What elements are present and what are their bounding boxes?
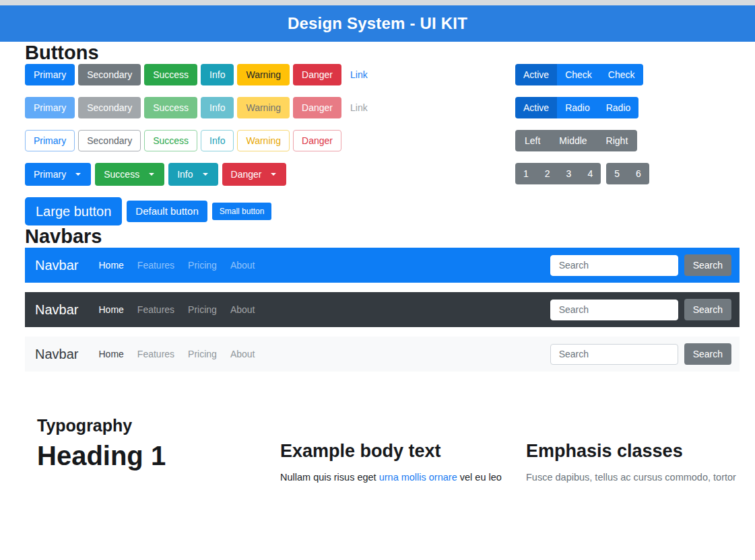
navbar-brand[interactable]: Navbar [35,258,78,273]
body-text-link[interactable]: urna mollis ornare [379,472,457,483]
navbar-links: Home Features Pricing About [92,349,261,359]
solid-buttons-row: Primary Secondary Success Info Warning D… [25,64,515,85]
nav-link-features[interactable]: Features [131,260,181,271]
left-button[interactable]: Left [515,130,550,151]
navbars-section: Navbars Navbar Home Features Pricing Abo… [25,225,740,372]
nav-link-pricing[interactable]: Pricing [181,304,224,315]
search-button[interactable]: Search [684,299,731,320]
success-button-disabled[interactable]: Success [144,97,197,118]
nav-link-features[interactable]: Features [131,349,181,359]
search-input[interactable] [550,344,678,365]
size-buttons-row: Large button Default button Small button [25,197,515,225]
large-button[interactable]: Large button [25,197,122,225]
example-body-text-paragraph: Nullam quis risus eget urna mollis ornar… [280,470,526,485]
window-top-strip [0,0,755,5]
check-toggle-1[interactable]: Check [557,64,600,85]
main-content: Buttons Primary Secondary Success Info W… [0,42,755,485]
navbar-light: Navbar Home Features Pricing About Searc… [25,337,740,372]
search-button[interactable]: Search [684,343,731,365]
nav-link-home[interactable]: Home [92,304,130,315]
heading1-sample: Heading 1 [37,441,280,470]
pager-button-group-a: 1 2 3 4 [515,163,601,184]
typography-section-heading: Typography [37,416,280,435]
page-3-button[interactable]: 3 [558,163,580,184]
check-toggle-2[interactable]: Check [600,64,643,85]
checkbox-group-row: Active Check Check [515,64,740,85]
danger-button-disabled[interactable]: Danger [293,97,341,118]
nav-link-home[interactable]: Home [92,349,130,359]
search-input[interactable] [550,255,678,276]
outline-warning-button[interactable]: Warning [237,130,290,151]
nav-link-about[interactable]: About [224,304,262,315]
navbar-brand[interactable]: Navbar [35,302,78,318]
search-button[interactable]: Search [684,254,731,276]
info-dropdown-button[interactable]: Info [168,163,218,186]
navbars-section-heading: Navbars [25,225,740,248]
outline-buttons-row: Primary Secondary Success Info Warning D… [25,130,515,151]
warning-button[interactable]: Warning [237,64,290,85]
nav-link-pricing[interactable]: Pricing [181,260,224,271]
outline-primary-button[interactable]: Primary [25,130,75,151]
buttons-section-heading: Buttons [25,42,740,64]
align-group-row: Left Middle Right [515,130,740,151]
link-button[interactable]: Link [345,64,373,85]
info-button-disabled[interactable]: Info [201,97,234,118]
nav-link-about[interactable]: About [224,260,262,271]
checkbox-button-group: Active Check Check [515,64,643,85]
search-input[interactable] [550,300,678,320]
navbar-primary: Navbar Home Features Pricing About Searc… [25,248,740,283]
info-button[interactable]: Info [201,64,234,85]
pager-button-group-b: 5 6 [606,163,649,184]
check-active-toggle[interactable]: Active [515,64,557,85]
primary-button[interactable]: Primary [25,64,75,85]
page-6-button[interactable]: 6 [628,163,649,184]
primary-dropdown-button[interactable]: Primary [25,163,91,186]
radio-group-row: Active Radio Radio [515,97,740,118]
nav-link-pricing[interactable]: Pricing [181,349,224,359]
secondary-button-disabled[interactable]: Secondary [78,97,141,118]
right-button[interactable]: Right [597,130,638,151]
link-button-disabled[interactable]: Link [345,97,373,118]
radio-active-toggle[interactable]: Active [515,97,557,118]
navbar-brand[interactable]: Navbar [35,347,78,362]
secondary-button[interactable]: Secondary [78,64,141,85]
warning-button-disabled[interactable]: Warning [237,97,290,118]
buttons-left-column: Primary Secondary Success Info Warning D… [25,64,515,225]
outline-success-button[interactable]: Success [144,130,197,151]
nav-link-home[interactable]: Home [92,260,130,271]
danger-dropdown-label: Danger [231,168,262,181]
page-4-button[interactable]: 4 [579,163,601,184]
primary-dropdown-label: Primary [34,168,66,181]
navbar-search-form: Search [550,343,731,365]
success-dropdown-button[interactable]: Success [95,163,164,186]
page-1-button[interactable]: 1 [515,163,537,184]
default-button[interactable]: Default button [127,201,207,222]
caret-down-icon [75,173,81,176]
radio-toggle-1[interactable]: Radio [557,97,598,118]
primary-button-disabled[interactable]: Primary [25,97,75,118]
page-2-button[interactable]: 2 [537,163,558,184]
body-text-start: Nullam quis risus eget [280,472,379,483]
outline-secondary-button[interactable]: Secondary [78,130,141,151]
danger-dropdown-button[interactable]: Danger [222,163,287,186]
middle-button[interactable]: Middle [550,130,596,151]
success-button[interactable]: Success [144,64,197,85]
navbar-links: Home Features Pricing About [92,304,261,315]
example-body-text-heading: Example body text [280,441,526,462]
navbar-search-form: Search [550,299,731,320]
emphasis-column: Emphasis classes Fusce dapibus, tellus a… [526,416,740,485]
typography-section: Typography Heading 1 Example body text N… [25,416,740,485]
navbar-dark: Navbar Home Features Pricing About Searc… [25,292,740,327]
page-5-button[interactable]: 5 [606,163,628,184]
navbar-search-form: Search [550,254,731,276]
radio-toggle-2[interactable]: Radio [598,97,639,118]
danger-button[interactable]: Danger [293,64,341,85]
nav-link-about[interactable]: About [224,349,262,359]
small-button[interactable]: Small button [212,203,272,220]
outline-danger-button[interactable]: Danger [293,130,341,151]
navbar-links: Home Features Pricing About [92,260,261,271]
nav-link-features[interactable]: Features [131,304,181,315]
caret-down-icon [149,173,154,176]
outline-info-button[interactable]: Info [201,130,234,151]
caret-down-icon [203,173,208,176]
